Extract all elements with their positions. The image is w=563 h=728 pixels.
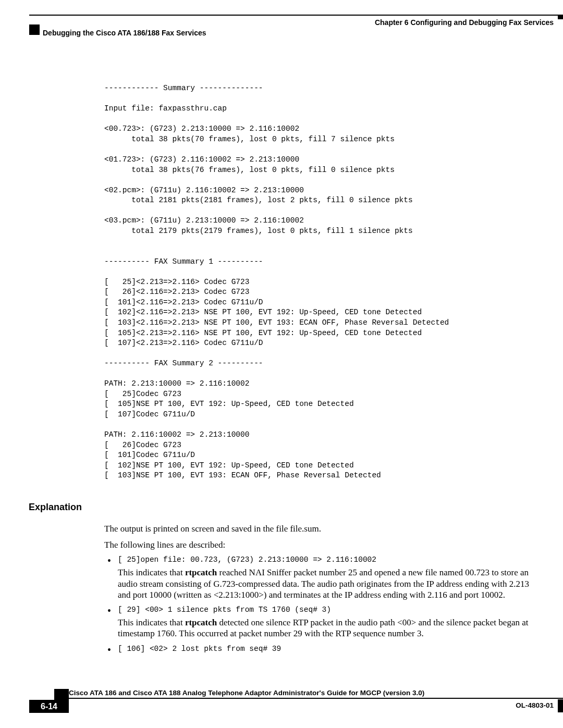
code-line: [ 29] <00> 1 silence pkts from TS 1760 (… bbox=[118, 606, 542, 614]
list-item: [ 106] <02> 2 lost pkts from seq# 39 bbox=[104, 645, 542, 653]
footer-rule bbox=[69, 698, 563, 699]
bold-term: rtpcatch bbox=[185, 618, 217, 627]
code-line: [ 106] <02> 2 lost pkts from seq# 39 bbox=[118, 645, 542, 653]
code-block: ------------ Summary -------------- Inpu… bbox=[104, 83, 542, 481]
section-title: Debugging the Cisco ATA 186/188 Fax Serv… bbox=[43, 29, 206, 37]
list-item: [ 25]open file: 00.723, (G723) 2.213:100… bbox=[104, 556, 542, 600]
list-item: [ 29] <00> 1 silence pkts from TS 1760 (… bbox=[104, 606, 542, 639]
body-paragraph: The output is printed on screen and save… bbox=[104, 523, 542, 534]
header-rule bbox=[29, 15, 563, 16]
bullet-list: [ 25]open file: 00.723, (G723) 2.213:100… bbox=[104, 556, 542, 652]
text-run: This indicates that bbox=[118, 567, 185, 577]
bold-term: rtpcatch bbox=[185, 567, 217, 577]
chapter-title: Chapter 6 Configuring and Debugging Fax … bbox=[375, 18, 554, 27]
page-content: ------------ Summary -------------- Inpu… bbox=[104, 83, 542, 658]
list-item-body: This indicates that rtpcatch detected on… bbox=[118, 618, 528, 638]
header-right-rule bbox=[558, 16, 563, 19]
footer-doc-code: OL-4803-01 bbox=[516, 701, 554, 709]
explanation-heading: Explanation bbox=[29, 502, 542, 513]
list-item-body: This indicates that rtpcatch reached NAI… bbox=[118, 567, 529, 600]
page-number: 6-14 bbox=[29, 700, 69, 713]
text-run: This indicates that bbox=[118, 618, 185, 627]
footer-right-rule bbox=[558, 699, 563, 712]
code-line: [ 25]open file: 00.723, (G723) 2.213:100… bbox=[118, 556, 542, 564]
header-square-icon bbox=[29, 24, 40, 35]
footer-guide-title: Cisco ATA 186 and Cisco ATA 188 Analog T… bbox=[69, 689, 424, 697]
body-paragraph: The following lines are described: bbox=[104, 539, 542, 550]
